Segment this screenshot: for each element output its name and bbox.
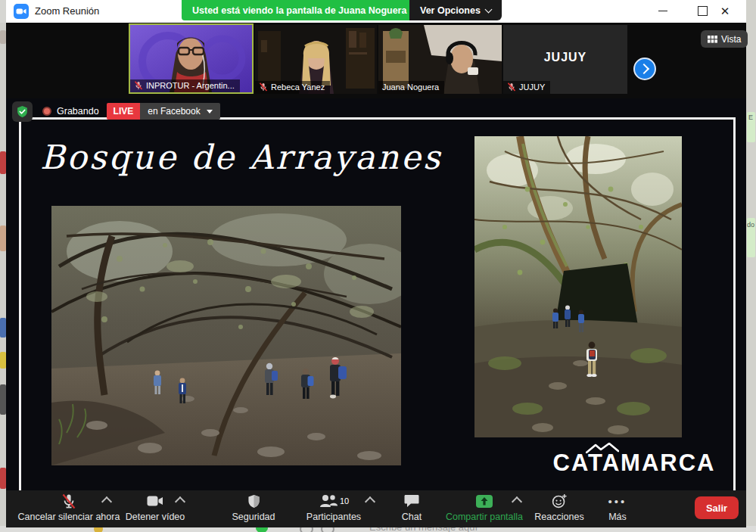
meeting-status-row: Grabando LIVE en Facebook: [12, 101, 220, 122]
minimize-button[interactable]: [646, 0, 680, 22]
shield-check-icon: [16, 105, 29, 118]
window-title: Zoom Reunión: [35, 5, 99, 17]
live-platform-dropdown[interactable]: en Facebook: [140, 103, 219, 120]
participant-name-label: Rebeca Yanez: [255, 81, 330, 94]
participants-button[interactable]: 10 Participantes: [288, 493, 379, 522]
participants-icon: [319, 494, 338, 508]
screenshot-root: E do Escribe un mensaje aquí Zoom Reunió…: [0, 0, 756, 532]
vista-view-button[interactable]: Vista: [701, 30, 748, 48]
mic-muted-icon: [259, 82, 268, 92]
background-app-right-sliver: E do: [746, 0, 756, 532]
background-thumbnail: [0, 226, 6, 251]
video-tile-juana[interactable]: Juana Noguera: [378, 25, 502, 94]
next-videos-button[interactable]: [633, 58, 656, 80]
video-tile-rebeca[interactable]: Rebeca Yanez: [255, 25, 377, 94]
minimize-icon: [658, 11, 667, 11]
live-badge: LIVE: [107, 103, 141, 120]
more-button[interactable]: ••• Más: [587, 493, 648, 522]
close-icon: ✕: [720, 5, 730, 18]
participant-name: INPROTUR - Argentin...: [146, 81, 235, 90]
video-tile-inprotur[interactable]: INPROTUR - Argentin...: [129, 23, 254, 94]
background-app-left-sliver: [0, 23, 6, 532]
participant-name: JUJUY: [519, 82, 545, 92]
background-chat-bubble: E: [747, 112, 755, 142]
background-text-fragment: do: [747, 221, 754, 229]
maximize-icon: [698, 6, 708, 16]
background-thumbnail: [0, 384, 6, 415]
zoom-window: Zoom Reunión Usted está viendo la pantal…: [6, 0, 746, 527]
background-thumbnail: [0, 30, 6, 44]
video-tile-jujuy[interactable]: JUJUY JUJUY: [503, 25, 627, 94]
participant-name-label: INPROTUR - Argentin...: [130, 79, 240, 92]
mic-muted-icon: [507, 82, 516, 92]
chevron-down-icon: [484, 5, 492, 13]
share-screen-label: Compartir pantalla: [446, 512, 523, 522]
reactions-label: Reacciones: [534, 512, 583, 522]
more-dots-icon: •••: [608, 493, 627, 509]
share-screen-icon: [475, 494, 493, 509]
title-bar: Zoom Reunión Usted está viendo la pantal…: [6, 0, 746, 23]
security-label: Seguridad: [232, 512, 275, 522]
mic-muted-icon: [61, 493, 76, 509]
recording-indicator[interactable]: Grabando: [42, 106, 99, 117]
participants-label: Participantes: [306, 512, 361, 522]
chat-bubble-icon: [404, 494, 419, 508]
shield-icon: [247, 494, 260, 509]
caret-down-icon: [207, 110, 213, 114]
participants-count: 10: [340, 496, 349, 506]
reactions-button[interactable]: Reacciones: [521, 493, 597, 522]
meeting-toolbar: Cancelar silenciar ahora Detener vídeo: [6, 490, 746, 527]
background-thumbnail: [0, 468, 6, 489]
grid-view-icon: [708, 36, 717, 43]
view-options-button[interactable]: Ver Opciones: [409, 0, 502, 20]
photo-hikers-trail: [51, 206, 401, 465]
catamarca-logo: CATAMARCA: [543, 450, 725, 477]
stop-video-label: Detener vídeo: [126, 512, 185, 522]
close-button[interactable]: ✕: [708, 0, 742, 22]
background-thumbnail: [0, 352, 6, 369]
participant-name: Rebeca Yanez: [271, 82, 325, 92]
participant-name-label: Juana Noguera: [378, 81, 444, 94]
zoom-app-icon: [14, 4, 29, 19]
background-text-fragment: E: [748, 114, 753, 121]
photo-forest-path: [474, 136, 682, 437]
leave-meeting-button[interactable]: Salir: [695, 496, 739, 519]
unmute-button[interactable]: Cancelar silenciar ahora: [12, 493, 126, 522]
reactions-smiley-icon: [552, 493, 567, 509]
participant-name: Juana Noguera: [382, 82, 439, 92]
mountain-accent-icon: [586, 443, 619, 453]
recording-label: Grabando: [57, 106, 99, 117]
shared-screen: Bosque de Arrayanes: [6, 98, 746, 490]
chat-label: Chat: [402, 512, 422, 522]
meeting-info-shield-button[interactable]: [12, 101, 33, 122]
background-chat-bubble: do: [747, 218, 755, 257]
mic-muted-icon: [134, 81, 143, 90]
chevron-right-icon: [638, 64, 649, 74]
security-button[interactable]: Seguridad: [216, 493, 291, 522]
live-platform-label: en Facebook: [148, 106, 200, 117]
vista-label: Vista: [721, 34, 741, 45]
recording-dot-icon: [42, 107, 51, 116]
screen-share-banner: Usted está viendo la pantalla de Juana N…: [182, 0, 417, 20]
participant-name-label: JUJUY: [503, 81, 550, 94]
unmute-label: Cancelar silenciar ahora: [18, 512, 120, 522]
slide-title: Bosque de Arrayanes: [40, 138, 418, 176]
participant-display-name: JUJUY: [503, 51, 627, 64]
video-strip: INPROTUR - Argentin...: [6, 23, 746, 98]
camera-icon: [147, 495, 163, 507]
stop-video-button[interactable]: Detener vídeo: [110, 493, 201, 522]
more-label: Más: [608, 512, 627, 522]
background-thumbnail: [0, 151, 6, 174]
background-thumbnail: [0, 318, 6, 338]
view-options-label: Ver Opciones: [420, 5, 481, 16]
